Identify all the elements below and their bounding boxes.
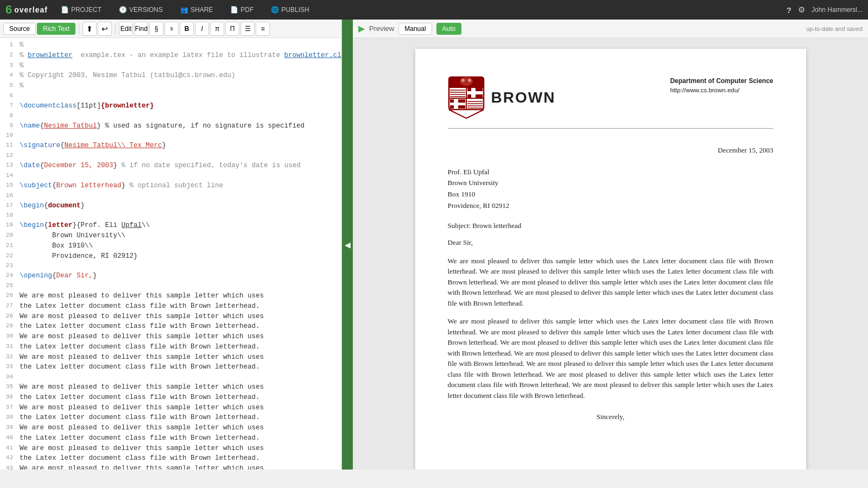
tab-richtext[interactable]: Rich Text — [37, 23, 75, 35]
toolbar-separator-2 — [115, 23, 116, 34]
main-layout: Source Rich Text ⬆ ↩ Edit Find § s B I π… — [0, 20, 868, 470]
preview-tab-auto[interactable]: Auto — [436, 23, 462, 35]
line-content: We are most pleased to deliver this samp… — [17, 423, 341, 433]
line-content: the Latex letter document class file wit… — [17, 362, 341, 372]
line-number: 21 — [0, 241, 17, 251]
letter-closing: Sincerely, — [448, 411, 774, 422]
line-number: 6 — [0, 91, 17, 101]
nav-right: ? ⚙ John Hammersl... — [787, 5, 863, 15]
italic-button[interactable]: I — [195, 22, 209, 36]
line-number: 18 — [0, 211, 17, 220]
recipient-org: Brown University — [448, 178, 774, 189]
logo-six: 6 — [5, 3, 12, 17]
math-inline-button[interactable]: π — [210, 22, 224, 36]
line-number: 34 — [0, 372, 17, 382]
nav-versions[interactable]: 🕐 VERSIONS — [115, 4, 167, 16]
dept-url: http://www.cs.brown.edu/ — [670, 86, 773, 95]
code-line: 43We are most pleased to deliver this sa… — [0, 464, 341, 470]
list-ordered-button[interactable]: ≡ — [256, 22, 270, 36]
preview-content[interactable]: BROWN Department of Computer Science htt… — [353, 38, 868, 470]
code-line: 12 — [0, 151, 341, 161]
line-number: 2 — [0, 50, 17, 61]
line-number: 40 — [0, 433, 17, 443]
editor-toolbar: Source Rich Text ⬆ ↩ Edit Find § s B I π… — [0, 20, 341, 38]
subsection-button[interactable]: s — [164, 22, 179, 36]
code-line: 27the Latex letter document class file w… — [0, 301, 341, 312]
nav-pdf[interactable]: 📄 PDF — [226, 4, 258, 16]
nav-publish[interactable]: 🌐 PUBLISH — [267, 4, 313, 16]
versions-icon: 🕐 — [119, 6, 127, 14]
overleaf-logo[interactable]: 6 overleaf — [5, 3, 48, 17]
bold-button[interactable]: B — [180, 22, 194, 36]
code-line: 15\subject{Brown letterhead} % optional … — [0, 181, 341, 191]
line-number: 42 — [0, 453, 17, 464]
line-content: We are most pleased to deliver this samp… — [17, 403, 341, 413]
line-content: \begin{document} — [17, 201, 341, 211]
user-name[interactable]: John Hammersl... — [812, 6, 863, 14]
history-button[interactable]: ↩ — [98, 22, 112, 36]
line-number: 22 — [0, 251, 17, 262]
edit-button[interactable]: Edit — [119, 22, 133, 36]
line-content — [17, 372, 341, 382]
line-number: 23 — [0, 261, 17, 271]
code-line: 28We are most pleased to deliver this sa… — [0, 312, 341, 322]
line-content: the Latex letter document class file wit… — [17, 433, 341, 443]
insert-button[interactable]: ⬆ — [83, 22, 97, 36]
tab-source[interactable]: Source — [3, 23, 36, 35]
line-content: Brown University\\ — [17, 231, 341, 241]
math-display-button[interactable]: Π — [225, 22, 239, 36]
code-line: 41We are most pleased to deliver this sa… — [0, 443, 341, 454]
code-line: 22 Providence, RI 02912} — [0, 251, 341, 262]
toolbar-separator-1 — [79, 23, 79, 34]
letter-salutation: Dear Sir, — [448, 237, 774, 248]
letter-date: December 15, 2003 — [448, 145, 774, 156]
editor-content[interactable]: 1%2% brownletter example.tex - an exampl… — [0, 38, 341, 470]
code-line: 23 — [0, 261, 341, 271]
line-number: 31 — [0, 342, 17, 352]
preview-tab-manual[interactable]: Manual — [398, 23, 432, 35]
line-content: \begin{letter}{Prof. Eli Upfal\\ — [17, 220, 341, 231]
line-number: 19 — [0, 220, 17, 231]
line-content: % — [17, 81, 341, 91]
section-button[interactable]: § — [149, 22, 163, 36]
line-content: Providence, RI 02912} — [17, 251, 341, 262]
panel-splitter[interactable]: ◀ — [342, 20, 353, 470]
preview-toolbar: ▶ Preview Manual Auto up-to-date and sav… — [353, 20, 868, 38]
line-content: the Latex letter document class file wit… — [17, 453, 341, 464]
line-content: We are most pleased to deliver this samp… — [17, 312, 341, 322]
help-icon[interactable]: ? — [787, 5, 791, 15]
nav-project[interactable]: 📄 PROJECT — [56, 4, 106, 16]
recipient-city: Providence, RI 02912 — [448, 200, 774, 212]
line-number: 5 — [0, 81, 17, 91]
line-content: the Latex letter document class file wit… — [17, 392, 341, 403]
settings-icon[interactable]: ⚙ — [798, 5, 805, 15]
line-content: We are most pleased to deliver this samp… — [17, 291, 341, 301]
code-line: 3% — [0, 61, 341, 71]
code-line: 11\signature{Nesime Tatbul\\ Tex Merc} — [0, 141, 341, 151]
line-number: 17 — [0, 201, 17, 211]
line-number: 28 — [0, 312, 17, 322]
line-content — [17, 281, 341, 291]
svg-rect-15 — [467, 91, 483, 94]
nav-share[interactable]: 👥 SHARE — [176, 4, 217, 16]
code-line: 33the Latex letter document class file w… — [0, 362, 341, 372]
code-line: 42the Latex letter document class file w… — [0, 453, 341, 464]
line-number: 7 — [0, 101, 17, 111]
find-button[interactable]: Find — [134, 22, 148, 36]
brown-logo: BROWN — [448, 76, 556, 119]
line-content: We are most pleased to deliver this samp… — [17, 464, 341, 470]
code-line: 32We are most pleased to deliver this sa… — [0, 352, 341, 363]
recipient-box: Box 1910 — [448, 189, 774, 200]
code-line: 18 — [0, 211, 341, 220]
line-content: \signature{Nesime Tatbul\\ Tex Merc} — [17, 141, 341, 151]
line-number: 30 — [0, 332, 17, 342]
line-content — [17, 191, 341, 201]
dept-name: Department of Computer Science — [670, 76, 773, 86]
code-line: 30We are most pleased to deliver this sa… — [0, 332, 341, 342]
line-number: 43 — [0, 464, 17, 470]
letter-body: We are most pleased to deliver this samp… — [448, 256, 774, 401]
line-content — [17, 111, 341, 121]
line-number: 35 — [0, 382, 17, 392]
list-unordered-button[interactable]: ☰ — [240, 22, 255, 36]
line-number: 4 — [0, 71, 17, 81]
